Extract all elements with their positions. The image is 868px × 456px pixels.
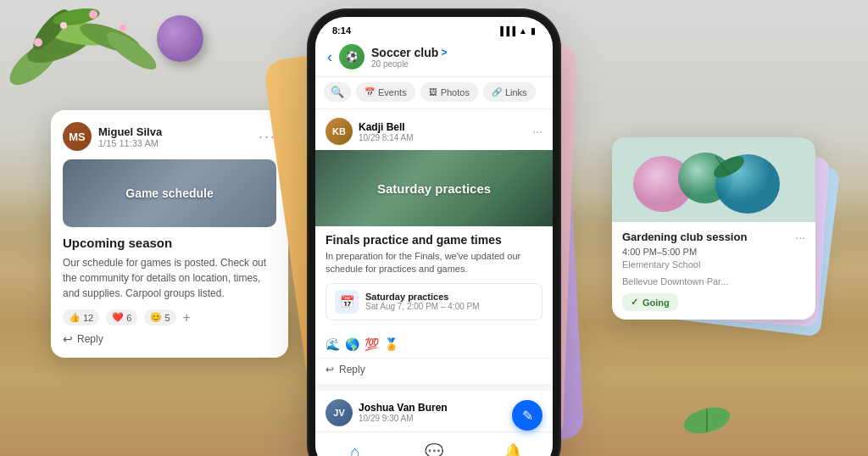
svg-point-8 (60, 22, 67, 29)
tab-photos[interactable]: 🖼 Photos (420, 82, 478, 102)
signal-icon: ▐▐▐ (498, 26, 515, 36)
phone-tabs: 🔍 📅 Events 🖼 Photos 🔗 Links (315, 77, 553, 109)
thumbs-count: 12 (83, 313, 93, 323)
reaction-emoji-1: 🌊 (326, 337, 340, 351)
links-tab-icon: 🔗 (492, 87, 502, 97)
status-icons: ▐▐▐ ▲ ▮ (498, 26, 536, 36)
going-button[interactable]: ✓ Going (622, 293, 678, 311)
right-card-image-art (612, 137, 815, 222)
right-card-location: Elementary School (622, 259, 805, 270)
tab-search[interactable]: 🔍 (324, 82, 351, 102)
phone-post1-image-label: Saturday practices (315, 150, 553, 226)
left-card-image-label: Game schedule (63, 159, 276, 227)
phone-post1-text: In preparation for the Finals, we've upd… (326, 250, 542, 276)
heart-icon: ❤️ (112, 312, 124, 323)
hearts-count: 6 (126, 313, 131, 323)
reaction-hearts[interactable]: ❤️ 6 (106, 309, 137, 325)
right-event-card: Gardening club session ··· 4:00 PM–5:00 … (612, 137, 815, 320)
event-calendar-icon: 📅 (335, 290, 359, 314)
phone-post2-date: 10/29 9:30 AM (359, 414, 448, 423)
svg-point-4 (102, 26, 161, 75)
left-card-title: Upcoming season (63, 236, 276, 250)
left-card-avatar: MS (63, 122, 92, 151)
reaction-thumbs[interactable]: 👍 12 (63, 309, 99, 325)
bottom-nav-bell[interactable]: 🔔 (498, 439, 528, 456)
phone-nav-header: ‹ ⚽ Soccer club > 20 people (315, 39, 553, 77)
phone-post1-date: 10/29 8:14 AM (359, 133, 414, 142)
right-card-location2: Bellevue Downtown Par... (622, 276, 805, 286)
events-tab-icon: 📅 (364, 87, 375, 97)
phone-post1-body: Finals practice and game times In prepar… (315, 226, 553, 334)
right-card-image (612, 137, 815, 222)
phone-post1-username: Kadji Bell (359, 121, 414, 133)
left-card-reactions: 👍 12 ❤️ 6 😊 5 + (63, 309, 276, 325)
reaction-extra[interactable]: 😊 5 (144, 309, 175, 325)
left-card-image: Game schedule (63, 159, 276, 227)
phone-post1-user-info: Kadji Bell 10/29 8:14 AM (359, 121, 414, 142)
left-card-header: MS Miguel Silva 1/15 11:33 AM ··· (63, 122, 276, 151)
fab-compose-button[interactable]: ✎ (512, 400, 542, 431)
group-chevron: > (441, 47, 447, 58)
wifi-icon: ▲ (519, 26, 527, 36)
reply-icon: ↩ (63, 332, 73, 346)
event-name: Saturday practices (365, 292, 480, 302)
phone-post2-avatar: JV (326, 399, 353, 426)
right-card-time: 4:00 PM–5:00 PM (622, 247, 805, 257)
right-card-body: Gardening club session ··· 4:00 PM–5:00 … (612, 222, 815, 320)
left-card-username: Miguel Silva (98, 125, 162, 138)
group-members-count: 20 people (371, 59, 541, 69)
svg-point-7 (34, 38, 42, 47)
reaction-emoji-4: 🏅 (384, 337, 398, 351)
group-name-text: Soccer club (371, 46, 438, 59)
reply-label: Reply (77, 333, 103, 345)
phone-post1-more[interactable]: ··· (532, 125, 542, 138)
phone-post1-reactions: 🌊 🌎 💯 🏅 (315, 334, 553, 358)
left-card-reply[interactable]: ↩ Reply (63, 332, 276, 346)
left-card-body: Our schedule for games is posted. Check … (63, 255, 276, 301)
add-reaction-icon[interactable]: + (183, 310, 191, 325)
phone-mockup-wrapper: 8:14 ▐▐▐ ▲ ▮ ‹ ⚽ Soccer club > 20 people… (315, 17, 553, 456)
group-avatar: ⚽ (339, 44, 364, 70)
phone-event-card[interactable]: 📅 Saturday practices Sat Aug 7, 2:00 PM … (326, 283, 542, 320)
reaction-emoji-3: 💯 (364, 337, 379, 351)
compose-icon: ✎ (522, 408, 533, 424)
left-card-user: MS Miguel Silva 1/15 11:33 AM (63, 122, 162, 151)
reply-arrow-icon: ↩ (326, 364, 334, 375)
group-info: Soccer club > 20 people (371, 46, 541, 69)
phone-post2-username: Joshua Van Buren (359, 402, 448, 414)
extra-icon: 😊 (150, 312, 162, 323)
check-icon: ✓ (631, 297, 638, 308)
phone-post1-avatar: KB (326, 118, 353, 145)
bottom-nav-home[interactable]: ⌂ (340, 439, 370, 456)
tab-events[interactable]: 📅 Events (356, 82, 415, 102)
right-card-more[interactable]: ··· (795, 231, 805, 244)
phone-post1-reply[interactable]: ↩ Reply (315, 358, 553, 384)
bottom-nav-chat[interactable]: 💬 (419, 439, 449, 456)
phone-content: KB Kadji Bell 10/29 8:14 AM ··· Saturday… (315, 109, 553, 431)
svg-point-10 (120, 25, 126, 31)
photos-tab-icon: 🖼 (429, 87, 437, 97)
phone-post1-title: Finals practice and game times (326, 233, 542, 247)
back-button[interactable]: ‹ (327, 48, 332, 66)
left-card-date: 1/15 11:33 AM (98, 138, 162, 148)
status-bar: 8:14 ▐▐▐ ▲ ▮ (315, 17, 553, 39)
svg-point-9 (89, 10, 97, 19)
status-time: 8:14 (332, 25, 351, 36)
group-name[interactable]: Soccer club > (371, 46, 541, 59)
going-label: Going (643, 298, 670, 308)
event-info: Saturday practices Sat Aug 7, 2:00 PM – … (365, 292, 480, 311)
battery-icon: ▮ (531, 26, 536, 36)
extra-count: 5 (164, 313, 170, 323)
event-date: Sat Aug 7, 2:00 PM – 4:00 PM (365, 302, 480, 311)
phone-post1-user: KB Kadji Bell 10/29 8:14 AM (326, 118, 414, 145)
reaction-emoji-2: 🌎 (345, 337, 359, 351)
phone-post-1: KB Kadji Bell 10/29 8:14 AM ··· Saturday… (315, 109, 553, 384)
phone-post1-hero-image: Saturday practices (315, 150, 553, 226)
phone-post2-user-info: Joshua Van Buren 10/29 9:30 AM (359, 402, 448, 423)
left-card-user-info: Miguel Silva 1/15 11:33 AM (98, 125, 162, 148)
phone: 8:14 ▐▐▐ ▲ ▮ ‹ ⚽ Soccer club > 20 people… (315, 17, 553, 456)
tab-links[interactable]: 🔗 Links (483, 82, 536, 102)
links-tab-label: Links (505, 87, 527, 97)
photos-tab-label: Photos (441, 87, 470, 97)
reply-text: Reply (339, 364, 365, 375)
